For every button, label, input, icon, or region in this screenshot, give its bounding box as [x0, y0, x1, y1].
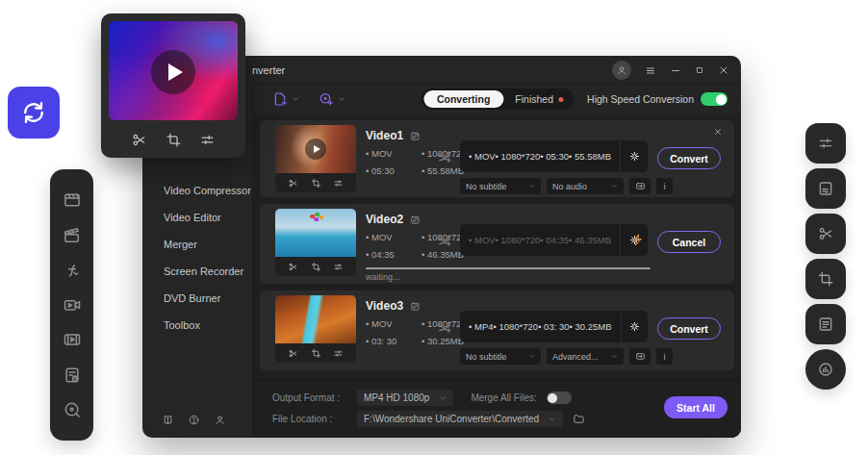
- output-format-label: Output Format :: [272, 392, 347, 403]
- left-tools-toolbar: [50, 169, 93, 441]
- tool-button-watermark[interactable]: [805, 168, 846, 209]
- row-close-icon[interactable]: [713, 127, 723, 137]
- chevron-down-icon: [338, 95, 345, 103]
- apply-to-all-icon[interactable]: [629, 178, 651, 194]
- adjust-icon[interactable]: [333, 178, 344, 189]
- audio-select[interactable]: No audio: [547, 178, 624, 194]
- file-location-select[interactable]: F:\Wondershare UniConverter\Converted: [357, 411, 563, 427]
- subtitle-select[interactable]: No subtitle: [460, 178, 541, 194]
- edit-icon[interactable]: [410, 131, 421, 141]
- output-settings-box[interactable]: • MP4• 1080*720 • 03: 30• 30.25MB: [460, 311, 648, 342]
- conversion-row: Video2 • MOV• 1080*720 • 04:35• 46.35MB …: [260, 204, 734, 284]
- clapperboard-icon[interactable]: [63, 190, 82, 210]
- start-all-button[interactable]: Start All: [664, 396, 728, 418]
- folder-icon[interactable]: [573, 413, 585, 425]
- add-dvd-button[interactable]: [319, 91, 345, 107]
- gear-icon[interactable]: [621, 150, 648, 163]
- crop-icon[interactable]: [311, 348, 321, 359]
- merge-toggle[interactable]: [547, 392, 572, 404]
- help-icon[interactable]: [188, 414, 200, 426]
- filmstrip-play-icon[interactable]: [63, 330, 82, 349]
- guide-book-icon[interactable]: [162, 414, 174, 426]
- audio-select[interactable]: Advanced...: [547, 348, 624, 365]
- convert-button[interactable]: Convert: [657, 317, 721, 340]
- window-controls: [612, 56, 729, 85]
- output-format-select[interactable]: MP4 HD 1080p: [357, 390, 453, 406]
- stats-icon: [817, 361, 834, 378]
- account-avatar[interactable]: [612, 61, 631, 80]
- menu-icon[interactable]: [645, 64, 656, 76]
- crop-icon[interactable]: [311, 262, 321, 272]
- add-files-button[interactable]: [272, 91, 299, 107]
- subtitle-doc-icon: [817, 316, 834, 333]
- scissors-icon[interactable]: [288, 262, 298, 272]
- high-speed-toggle[interactable]: [701, 92, 728, 106]
- sidebar-item-merger[interactable]: Merger: [142, 231, 252, 258]
- scissors-icon[interactable]: [131, 132, 147, 148]
- play-button[interactable]: [305, 139, 326, 160]
- preview-actions: [101, 121, 245, 158]
- crop-icon[interactable]: [311, 178, 321, 189]
- adjust-icon[interactable]: [199, 132, 216, 148]
- subtitle-select[interactable]: No subtitle: [460, 348, 541, 365]
- tab-converting[interactable]: Converting: [423, 90, 503, 108]
- sidebar-item-video-compressor[interactable]: Video Compressor: [142, 177, 252, 204]
- maximize-icon[interactable]: [695, 65, 704, 75]
- tab-finished[interactable]: Finished: [503, 93, 571, 105]
- disc-search-icon[interactable]: [63, 400, 82, 419]
- tool-button-crop[interactable]: [805, 259, 846, 299]
- merge-all-files-label: Merge All Files:: [471, 392, 536, 403]
- clapperboard-open-icon[interactable]: [63, 226, 82, 245]
- sidebar-item-video-editor[interactable]: Video Editor: [142, 204, 252, 231]
- row-options: No subtitle No audio i: [460, 178, 673, 194]
- tool-button-trim[interactable]: [805, 214, 846, 254]
- crop-icon[interactable]: [166, 132, 182, 148]
- scissors-icon: [817, 225, 834, 242]
- output-settings-box[interactable]: • MOV• 1080*720 • 05:30• 55.58MB: [460, 140, 648, 172]
- edit-icon[interactable]: [410, 301, 421, 312]
- sidebar-item-dvd-burner[interactable]: DVD Burner: [142, 285, 252, 312]
- tool-button-subtitle[interactable]: [805, 304, 846, 344]
- info-icon[interactable]: i: [656, 348, 673, 365]
- close-icon[interactable]: [718, 64, 729, 76]
- file-location-label: File Location :: [272, 414, 347, 424]
- convert-arrow-icon: [437, 150, 452, 165]
- thumbnail-actions: [275, 343, 356, 363]
- minimize-icon[interactable]: [670, 64, 681, 76]
- content-area: Converting Finished High Speed Conversio…: [252, 85, 741, 438]
- sidebar-item-toolbox[interactable]: Toolbox: [142, 312, 252, 339]
- file-clock-icon[interactable]: [63, 366, 82, 385]
- scissors-icon[interactable]: [288, 348, 298, 359]
- apply-to-all-icon[interactable]: [629, 348, 651, 365]
- video-thumbnail[interactable]: [275, 295, 356, 363]
- preview-thumbnail[interactable]: [109, 21, 238, 120]
- sidebar-item-screen-recorder[interactable]: Screen Recorder: [142, 258, 252, 285]
- info-icon[interactable]: i: [656, 178, 673, 194]
- gear-icon[interactable]: [622, 320, 648, 333]
- watermark-icon: [817, 180, 834, 197]
- account-icon[interactable]: [214, 414, 226, 426]
- adjust-icon[interactable]: [333, 348, 344, 359]
- output-metadata: • MOV• 1080*720 • 05:30• 55.58MB: [460, 151, 620, 162]
- chevron-down-icon: [611, 353, 618, 360]
- play-button[interactable]: [151, 50, 195, 94]
- cancel-button[interactable]: Cancel: [657, 231, 721, 253]
- high-speed-label: High Speed Conversion: [587, 93, 694, 105]
- effects-icon[interactable]: [63, 261, 82, 280]
- camera-record-icon[interactable]: [63, 295, 82, 315]
- scissors-icon[interactable]: [288, 178, 298, 189]
- edit-icon[interactable]: [410, 215, 421, 225]
- row-options: No subtitle Advanced... i: [460, 348, 673, 365]
- progress-bar: [366, 267, 651, 269]
- uniconverter-app-icon[interactable]: [8, 87, 60, 139]
- play-icon: [168, 63, 183, 81]
- tool-button-adjust[interactable]: [805, 123, 846, 164]
- video-title: Video3: [366, 299, 403, 313]
- output-settings-box[interactable]: • MOV• 1080*720 • 04:35• 46.35MB: [460, 224, 648, 256]
- video-thumbnail[interactable]: [275, 125, 356, 192]
- convert-button[interactable]: Convert: [657, 147, 721, 169]
- video-thumbnail[interactable]: [275, 209, 356, 276]
- finished-badge-dot: [558, 97, 563, 102]
- tool-button-stats[interactable]: [805, 349, 846, 390]
- adjust-icon[interactable]: [333, 262, 344, 272]
